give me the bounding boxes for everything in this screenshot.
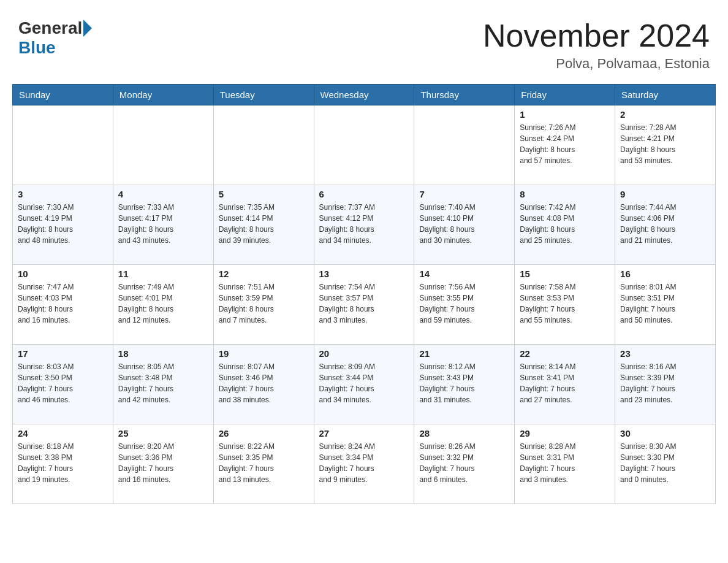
- day-info: Sunrise: 7:35 AMSunset: 4:14 PMDaylight:…: [219, 202, 309, 246]
- logo-triangle-icon: [83, 20, 92, 37]
- day-number: 12: [219, 269, 309, 279]
- day-number: 3: [18, 189, 108, 199]
- calendar-cell: 24Sunrise: 8:18 AMSunset: 3:38 PMDayligh…: [13, 424, 113, 504]
- weekday-header-tuesday: Tuesday: [213, 85, 314, 105]
- weekday-header-friday: Friday: [515, 85, 615, 105]
- calendar-week-row: 10Sunrise: 7:47 AMSunset: 4:03 PMDayligh…: [13, 265, 716, 345]
- calendar-cell: 10Sunrise: 7:47 AMSunset: 4:03 PMDayligh…: [13, 265, 113, 345]
- day-number: 10: [18, 269, 108, 279]
- day-number: 4: [118, 189, 208, 199]
- calendar-cell: 5Sunrise: 7:35 AMSunset: 4:14 PMDaylight…: [213, 185, 314, 265]
- calendar-cell: 11Sunrise: 7:49 AMSunset: 4:01 PMDayligh…: [113, 265, 213, 345]
- day-info: Sunrise: 8:26 AMSunset: 3:32 PMDaylight:…: [419, 441, 509, 485]
- calendar-cell: 26Sunrise: 8:22 AMSunset: 3:35 PMDayligh…: [213, 424, 314, 504]
- day-number: 25: [118, 428, 208, 439]
- day-info: Sunrise: 7:47 AMSunset: 4:03 PMDaylight:…: [18, 282, 108, 326]
- day-number: 6: [319, 189, 409, 199]
- day-number: 13: [319, 269, 409, 279]
- day-info: Sunrise: 7:54 AMSunset: 3:57 PMDaylight:…: [319, 282, 409, 326]
- day-number: 24: [18, 428, 108, 439]
- calendar-cell: 17Sunrise: 8:03 AMSunset: 3:50 PMDayligh…: [13, 345, 113, 424]
- calendar-cell: 29Sunrise: 8:28 AMSunset: 3:31 PMDayligh…: [515, 424, 615, 504]
- day-number: 7: [419, 189, 509, 199]
- day-number: 27: [319, 428, 409, 439]
- day-number: 16: [620, 269, 710, 279]
- day-info: Sunrise: 8:20 AMSunset: 3:36 PMDaylight:…: [118, 441, 208, 485]
- calendar-cell: 21Sunrise: 8:12 AMSunset: 3:43 PMDayligh…: [414, 345, 515, 424]
- day-number: 29: [520, 428, 610, 439]
- calendar-cell: 20Sunrise: 8:09 AMSunset: 3:44 PMDayligh…: [314, 345, 414, 424]
- day-number: 11: [118, 269, 208, 279]
- day-info: Sunrise: 7:56 AMSunset: 3:55 PMDaylight:…: [419, 282, 509, 326]
- page-header: General Blue November 2024 Polva, Polvam…: [12, 12, 716, 72]
- calendar-title: November 2024: [483, 18, 710, 53]
- weekday-header-wednesday: Wednesday: [314, 85, 414, 105]
- logo-blue-text: Blue: [18, 38, 56, 58]
- day-info: Sunrise: 8:07 AMSunset: 3:46 PMDaylight:…: [219, 361, 309, 405]
- calendar-cell: 19Sunrise: 8:07 AMSunset: 3:46 PMDayligh…: [213, 345, 314, 424]
- day-number: 22: [520, 348, 610, 359]
- weekday-header-thursday: Thursday: [414, 85, 515, 105]
- calendar-week-row: 1Sunrise: 7:26 AMSunset: 4:24 PMDaylight…: [13, 105, 716, 185]
- day-number: 23: [620, 348, 710, 359]
- day-number: 5: [219, 189, 309, 199]
- day-number: 2: [620, 109, 710, 120]
- calendar-cell: 16Sunrise: 8:01 AMSunset: 3:51 PMDayligh…: [615, 265, 716, 345]
- calendar-cell: 15Sunrise: 7:58 AMSunset: 3:53 PMDayligh…: [515, 265, 615, 345]
- day-number: 14: [419, 269, 509, 279]
- logo-general-text: General: [18, 18, 82, 38]
- weekday-header-saturday: Saturday: [615, 85, 716, 105]
- day-number: 30: [620, 428, 710, 439]
- calendar-cell: [13, 105, 113, 185]
- day-number: 20: [319, 348, 409, 359]
- day-info: Sunrise: 7:28 AMSunset: 4:21 PMDaylight:…: [620, 122, 710, 166]
- day-info: Sunrise: 8:28 AMSunset: 3:31 PMDaylight:…: [520, 441, 610, 485]
- day-info: Sunrise: 7:58 AMSunset: 3:53 PMDaylight:…: [520, 282, 610, 326]
- calendar-cell: 3Sunrise: 7:30 AMSunset: 4:19 PMDaylight…: [13, 185, 113, 265]
- calendar-week-row: 24Sunrise: 8:18 AMSunset: 3:38 PMDayligh…: [13, 424, 716, 504]
- calendar-cell: 12Sunrise: 7:51 AMSunset: 3:59 PMDayligh…: [213, 265, 314, 345]
- weekday-header-monday: Monday: [113, 85, 213, 105]
- day-info: Sunrise: 8:09 AMSunset: 3:44 PMDaylight:…: [319, 361, 409, 405]
- day-number: 18: [118, 348, 208, 359]
- day-number: 17: [18, 348, 108, 359]
- calendar-cell: 14Sunrise: 7:56 AMSunset: 3:55 PMDayligh…: [414, 265, 515, 345]
- day-info: Sunrise: 8:14 AMSunset: 3:41 PMDaylight:…: [520, 361, 610, 405]
- calendar-cell: [414, 105, 515, 185]
- day-info: Sunrise: 8:18 AMSunset: 3:38 PMDaylight:…: [18, 441, 108, 485]
- calendar-cell: 2Sunrise: 7:28 AMSunset: 4:21 PMDaylight…: [615, 105, 716, 185]
- calendar-cell: [113, 105, 213, 185]
- day-info: Sunrise: 8:01 AMSunset: 3:51 PMDaylight:…: [620, 282, 710, 326]
- day-number: 19: [219, 348, 309, 359]
- day-info: Sunrise: 8:05 AMSunset: 3:48 PMDaylight:…: [118, 361, 208, 405]
- day-number: 1: [520, 109, 610, 120]
- calendar-header-row: SundayMondayTuesdayWednesdayThursdayFrid…: [13, 85, 716, 105]
- calendar-cell: 8Sunrise: 7:42 AMSunset: 4:08 PMDaylight…: [515, 185, 615, 265]
- day-number: 15: [520, 269, 610, 279]
- day-info: Sunrise: 7:51 AMSunset: 3:59 PMDaylight:…: [219, 282, 309, 326]
- calendar-cell: 13Sunrise: 7:54 AMSunset: 3:57 PMDayligh…: [314, 265, 414, 345]
- calendar-cell: 7Sunrise: 7:40 AMSunset: 4:10 PMDaylight…: [414, 185, 515, 265]
- calendar-cell: [314, 105, 414, 185]
- calendar-cell: 6Sunrise: 7:37 AMSunset: 4:12 PMDaylight…: [314, 185, 414, 265]
- calendar-week-row: 17Sunrise: 8:03 AMSunset: 3:50 PMDayligh…: [13, 345, 716, 424]
- title-block: November 2024 Polva, Polvamaa, Estonia: [483, 18, 710, 72]
- day-info: Sunrise: 7:40 AMSunset: 4:10 PMDaylight:…: [419, 202, 509, 246]
- day-info: Sunrise: 7:49 AMSunset: 4:01 PMDaylight:…: [118, 282, 208, 326]
- day-info: Sunrise: 7:44 AMSunset: 4:06 PMDaylight:…: [620, 202, 710, 246]
- day-info: Sunrise: 8:22 AMSunset: 3:35 PMDaylight:…: [219, 441, 309, 485]
- day-info: Sunrise: 8:16 AMSunset: 3:39 PMDaylight:…: [620, 361, 710, 405]
- calendar-week-row: 3Sunrise: 7:30 AMSunset: 4:19 PMDaylight…: [13, 185, 716, 265]
- calendar-cell: 1Sunrise: 7:26 AMSunset: 4:24 PMDaylight…: [515, 105, 615, 185]
- calendar-cell: 18Sunrise: 8:05 AMSunset: 3:48 PMDayligh…: [113, 345, 213, 424]
- day-info: Sunrise: 7:26 AMSunset: 4:24 PMDaylight:…: [520, 122, 610, 166]
- day-info: Sunrise: 7:37 AMSunset: 4:12 PMDaylight:…: [319, 202, 409, 246]
- day-number: 28: [419, 428, 509, 439]
- calendar-cell: 30Sunrise: 8:30 AMSunset: 3:30 PMDayligh…: [615, 424, 716, 504]
- calendar-cell: 28Sunrise: 8:26 AMSunset: 3:32 PMDayligh…: [414, 424, 515, 504]
- day-info: Sunrise: 7:30 AMSunset: 4:19 PMDaylight:…: [18, 202, 108, 246]
- day-number: 21: [419, 348, 509, 359]
- day-info: Sunrise: 8:12 AMSunset: 3:43 PMDaylight:…: [419, 361, 509, 405]
- weekday-header-sunday: Sunday: [13, 85, 113, 105]
- day-number: 8: [520, 189, 610, 199]
